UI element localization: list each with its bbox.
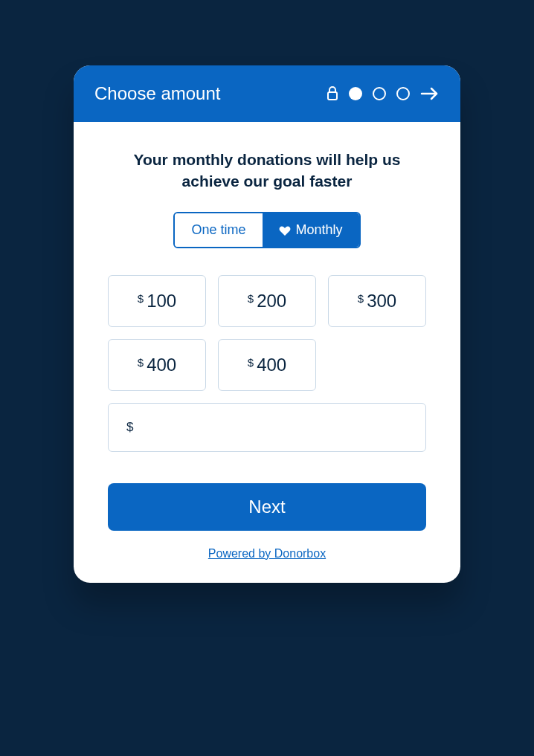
header-icons xyxy=(326,86,440,101)
next-button[interactable]: Next xyxy=(108,483,426,531)
heart-icon xyxy=(279,224,291,235)
header-title: Choose amount xyxy=(94,83,220,104)
amount-option[interactable]: $ 400 xyxy=(108,339,206,391)
frequency-monthly-button[interactable]: Monthly xyxy=(263,213,359,247)
card-header: Choose amount xyxy=(74,65,460,122)
frequency-onetime-button[interactable]: One time xyxy=(175,213,262,247)
svg-rect-0 xyxy=(328,92,337,100)
amount-option[interactable]: $ 400 xyxy=(218,339,316,391)
currency-symbol: $ xyxy=(138,292,144,305)
card-body: Your monthly donations will help us achi… xyxy=(74,122,460,583)
custom-amount-row: $ xyxy=(103,403,431,452)
amount-value: 300 xyxy=(367,291,396,311)
amount-grid: $ 100 $ 200 $ 300 $ 400 $ 400 xyxy=(103,275,431,391)
currency-symbol: $ xyxy=(248,356,254,369)
lock-icon xyxy=(326,86,338,101)
amount-value: 400 xyxy=(147,355,176,375)
currency-symbol: $ xyxy=(138,356,144,369)
frequency-toggle: One time Monthly xyxy=(173,212,360,248)
frequency-onetime-label: One time xyxy=(191,222,245,238)
custom-amount-input[interactable]: $ xyxy=(108,403,426,452)
currency-symbol: $ xyxy=(126,420,133,435)
arrow-right-icon xyxy=(420,86,440,101)
step-indicator-2 xyxy=(373,87,386,100)
amount-option[interactable]: $ 100 xyxy=(108,275,206,327)
amount-value: 200 xyxy=(257,291,286,311)
amount-value: 100 xyxy=(147,291,176,311)
frequency-monthly-label: Monthly xyxy=(296,222,343,238)
amount-option[interactable]: $ 200 xyxy=(218,275,316,327)
amount-option[interactable]: $ 300 xyxy=(328,275,426,327)
currency-symbol: $ xyxy=(358,292,364,305)
powered-by-link[interactable]: Powered by Donorbox xyxy=(103,547,431,560)
headline: Your monthly donations will help us achi… xyxy=(103,149,431,193)
donation-card: Choose amount Your monthly donations wil… xyxy=(74,65,460,583)
step-indicator-3 xyxy=(396,87,410,100)
currency-symbol: $ xyxy=(248,292,254,305)
step-indicator-1 xyxy=(349,87,362,100)
amount-value: 400 xyxy=(257,355,286,375)
